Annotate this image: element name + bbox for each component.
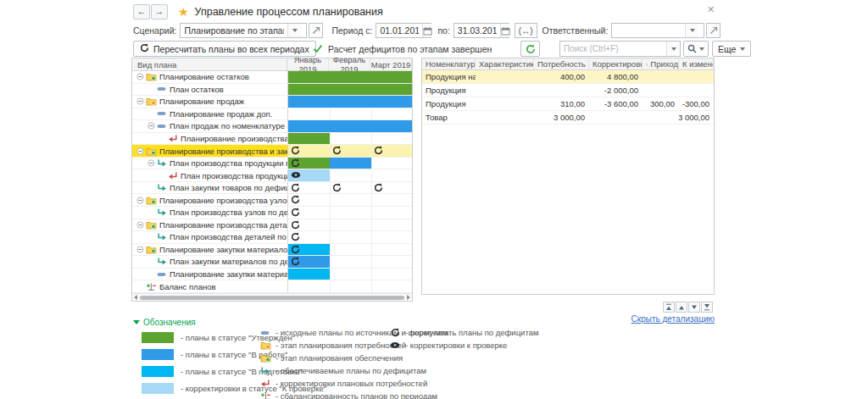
supply-stage-folder-icon: [146, 220, 157, 230]
value-cell: 3 000,00: [679, 111, 714, 124]
plan-tree-row[interactable]: План производства узлов по дефициту: [132, 207, 412, 219]
table-row[interactable]: Продукция-2 000,00: [422, 84, 714, 97]
scenario-input[interactable]: [181, 25, 287, 36]
plan-tree-row[interactable]: План закупки материалов по дефициту: [132, 256, 412, 269]
legend-icon-item: - сбалансированность планов по периодам: [259, 390, 448, 399]
favorite-star-icon[interactable]: ★: [178, 5, 189, 19]
plan-tree-row[interactable]: Планирование закупки материалов вручную: [132, 269, 412, 281]
column-header[interactable]: Номенклатура: [422, 58, 476, 69]
legend-toggle[interactable]: Обозначения: [133, 318, 196, 327]
calendar-icon[interactable]: [422, 24, 432, 37]
column-header[interactable]: К изменению: [679, 58, 714, 69]
plan-tree-row[interactable]: Баланс планов: [132, 280, 412, 293]
plan-tree-row[interactable]: Планирование закупки материалов: [132, 244, 412, 257]
column-header[interactable]: Приход: [643, 58, 679, 69]
close-icon[interactable]: ✕: [707, 4, 715, 15]
back-button[interactable]: ←: [133, 4, 150, 19]
table-row[interactable]: Товар3 000,003 000,00: [422, 111, 714, 125]
move-up-button[interactable]: [676, 302, 687, 313]
gantt-cells[interactable]: [288, 280, 412, 292]
plan-tree-row[interactable]: План производства продукции по дефициту: [132, 158, 412, 170]
table-row[interactable]: Продукция на...400,004 800,00: [422, 70, 714, 84]
gantt-cells[interactable]: [288, 244, 412, 256]
view-column-header[interactable]: Вид плана: [132, 58, 287, 70]
scenario-open-icon[interactable]: [309, 23, 323, 38]
period-to-input[interactable]: [454, 25, 500, 36]
month-column-header[interactable]: Февраль 2019: [329, 58, 370, 70]
gantt-cells[interactable]: [288, 84, 412, 96]
month-column-header[interactable]: Март 2019: [370, 58, 412, 70]
horizontal-scrollbar[interactable]: [132, 293, 412, 301]
gantt-cells[interactable]: [288, 169, 412, 181]
move-bottom-button[interactable]: [701, 302, 713, 313]
plan-tree-row[interactable]: Планирование продаж доп.: [132, 108, 412, 121]
more-button[interactable]: Еще: [712, 41, 751, 57]
plan-tree-row[interactable]: Планирование продаж: [132, 96, 412, 108]
scroll-right-icon[interactable]: [407, 295, 410, 300]
gantt-cells[interactable]: [288, 120, 412, 132]
plan-tree-row[interactable]: План продаж по номенклатуре (зам. по ист…: [132, 120, 412, 133]
forward-button[interactable]: →: [151, 4, 168, 19]
gantt-cells[interactable]: [288, 219, 412, 231]
gantt-rows: Планирование остатковПлан остатковПланир…: [132, 71, 412, 293]
plan-tree-row[interactable]: План производства деталей по дефициту: [132, 231, 412, 244]
plan-tree-row[interactable]: Планирование производства деталей: [132, 219, 412, 232]
column-header[interactable]: Корректировка: [589, 58, 643, 69]
refresh-mark: [332, 146, 342, 155]
responsible-input[interactable]: [612, 25, 685, 36]
scenario-combo[interactable]: [180, 23, 307, 38]
expand-toggle-icon[interactable]: [136, 246, 144, 253]
gantt-cells[interactable]: [288, 145, 412, 157]
column-header[interactable]: Характеристика: [476, 58, 534, 69]
gantt-cells[interactable]: [288, 158, 412, 169]
search-button[interactable]: [683, 41, 709, 57]
expand-toggle-icon[interactable]: [136, 197, 144, 204]
gantt-cells[interactable]: [288, 269, 412, 280]
expand-toggle-icon[interactable]: [147, 159, 155, 167]
refresh-form-button[interactable]: [520, 41, 540, 57]
plan-tree-row[interactable]: Планирование производства узлов: [132, 194, 412, 207]
plan-tree-row[interactable]: План остатков: [132, 84, 412, 97]
move-down-button[interactable]: [688, 302, 700, 313]
move-top-button[interactable]: [663, 302, 675, 313]
gantt-cells[interactable]: [288, 133, 412, 145]
gantt-cells[interactable]: [288, 96, 412, 108]
expand-toggle-icon[interactable]: [147, 122, 155, 130]
scroll-left-icon[interactable]: [134, 295, 137, 300]
expand-toggle-icon[interactable]: [136, 97, 144, 105]
scrollbar-thumb[interactable]: [140, 296, 404, 300]
gantt-cells[interactable]: [288, 108, 412, 120]
column-header-label: Характеристика: [479, 59, 534, 69]
plan-tree-row[interactable]: Планирование остатков: [132, 71, 412, 84]
gantt-cells[interactable]: [288, 182, 412, 194]
expand-toggle-icon[interactable]: [136, 221, 144, 229]
responsible-open-icon[interactable]: [706, 23, 721, 38]
column-header[interactable]: Потребность: [534, 58, 589, 69]
eye-icon: [291, 171, 301, 179]
gantt-cells[interactable]: [288, 207, 412, 219]
scenario-dropdown-icon[interactable]: [287, 24, 301, 37]
period-to-field[interactable]: [453, 23, 509, 38]
gantt-cells[interactable]: [288, 231, 412, 243]
gantt-cells[interactable]: [288, 256, 412, 268]
search-history-dropdown-icon[interactable]: [666, 42, 680, 56]
search-input[interactable]: [560, 44, 666, 53]
gantt-cells[interactable]: [288, 71, 412, 83]
responsible-dropdown-icon[interactable]: [685, 24, 698, 37]
period-from-field[interactable]: [376, 23, 431, 38]
table-row[interactable]: Продукция310,00-3 600,00300,00-300,00: [422, 97, 714, 111]
period-from-input[interactable]: [376, 25, 422, 36]
plan-tree-row[interactable]: Планирование производства и закупки това…: [132, 145, 412, 158]
recalculate-icon: [291, 232, 300, 241]
select-period-button[interactable]: (↔): [515, 23, 537, 38]
expand-toggle-icon[interactable]: [136, 147, 144, 155]
calendar-icon[interactable]: [500, 24, 510, 37]
gantt-cells[interactable]: [288, 194, 412, 206]
responsible-combo[interactable]: [611, 23, 704, 38]
expand-toggle-icon[interactable]: [136, 73, 144, 80]
plan-tree-row[interactable]: План производства продукции по дефи...: [132, 169, 412, 182]
month-column-header[interactable]: Январь 2019: [287, 58, 329, 70]
plan-tree-row[interactable]: Планирование производства и закупки ...: [132, 133, 412, 146]
search-field[interactable]: [559, 41, 681, 57]
plan-tree-row[interactable]: План закупки товаров по дефициту: [132, 182, 412, 195]
